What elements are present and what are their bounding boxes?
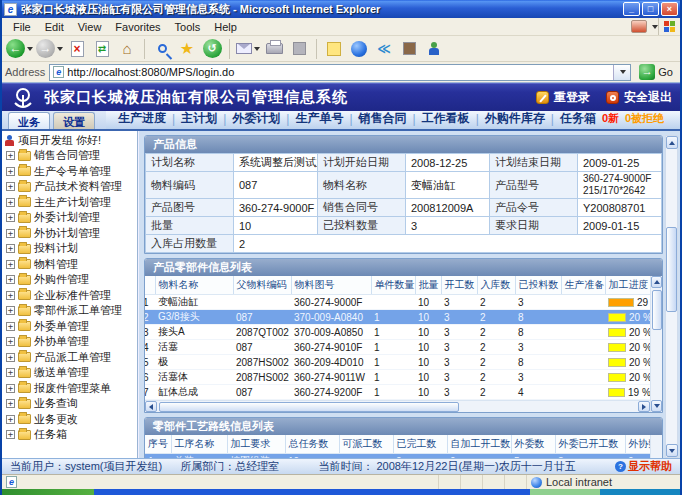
parts-hscrollbar[interactable] (145, 400, 650, 412)
sidebar-item[interactable]: +产品技术资料管理 (4, 179, 137, 195)
stop-button[interactable]: × (66, 38, 88, 60)
sidebar-item[interactable]: +任务箱 (4, 427, 137, 443)
relogin-button[interactable]: 重登录 (536, 89, 590, 106)
home-button[interactable]: ⌂ (116, 38, 138, 60)
column-header[interactable]: 序号 (145, 435, 171, 454)
sidebar-item[interactable]: +外协计划管理 (4, 226, 137, 242)
column-header[interactable]: 单件数量 (371, 276, 415, 295)
sidebar-item[interactable]: +业务查询 (4, 396, 137, 412)
column-header[interactable]: 自加工开工数 (447, 435, 511, 454)
nav-item[interactable]: 生产进度 (118, 110, 166, 127)
sidebar-item[interactable]: +缴送单管理 (4, 365, 137, 381)
toolbar-extension-icon[interactable] (631, 20, 647, 33)
column-header[interactable]: 外委已开工数 (555, 435, 625, 454)
table-row[interactable]: 1变幅油缸360-274-9000F1032329 % (145, 295, 650, 310)
parts-vscrollbar[interactable] (650, 276, 662, 412)
print-button[interactable] (263, 38, 285, 60)
route-vscrollbar[interactable] (650, 435, 662, 458)
expand-icon[interactable]: + (6, 151, 15, 160)
table-row[interactable]: 1总装按图组装10205300 (145, 454, 650, 459)
column-header[interactable] (145, 276, 155, 295)
page-scroll-down-icon[interactable] (666, 444, 678, 457)
back-dropdown-icon[interactable] (27, 47, 33, 51)
forward-dropdown-icon[interactable] (57, 47, 63, 51)
menu-item-favorites[interactable]: Favorites (108, 20, 167, 34)
show-help-link[interactable]: ? 显示帮助 (615, 459, 672, 474)
page-scroll-thumb[interactable] (666, 227, 677, 312)
sidebar-item[interactable]: +物料管理 (4, 257, 137, 273)
page-scrollbar[interactable] (665, 135, 678, 458)
mail-dropdown-icon[interactable] (254, 47, 260, 51)
expand-icon[interactable]: + (6, 322, 15, 331)
table-row[interactable]: 5极2087HS002360-209-4D01011032820 % (145, 355, 650, 370)
favorites-button[interactable]: ★ (176, 38, 198, 60)
table-row[interactable]: 7缸体总成087360-274-9200F11032419 % (145, 385, 650, 400)
sidebar-item[interactable]: +投料计划 (4, 241, 137, 257)
address-input[interactable] (67, 66, 613, 78)
table-row[interactable]: 4活塞087360-274-9010F11032320 % (145, 340, 650, 355)
go-button[interactable]: → Go (635, 64, 677, 80)
expand-icon[interactable]: + (6, 399, 15, 408)
expand-icon[interactable]: + (6, 167, 15, 176)
taskbar-task[interactable] (530, 489, 600, 495)
nav-item[interactable]: 销售合同 (359, 110, 407, 127)
refresh-button[interactable]: ⇄ (91, 38, 113, 60)
expand-icon[interactable]: + (6, 430, 15, 439)
column-header[interactable]: 已完工数 (393, 435, 447, 454)
column-header[interactable]: 入库数 (477, 276, 515, 295)
menu-item-view[interactable]: View (71, 20, 109, 34)
column-header[interactable]: 父物料编码 (233, 276, 291, 295)
back-button[interactable]: ← (6, 38, 33, 60)
expand-icon[interactable]: + (6, 229, 15, 238)
history-button[interactable]: ↺ (201, 38, 223, 60)
mail-button[interactable] (236, 38, 260, 60)
column-header[interactable]: 总任务数 (285, 435, 339, 454)
research-button[interactable] (398, 38, 420, 60)
nav-item[interactable]: 工作看板 (422, 110, 470, 127)
scroll-right-icon[interactable] (638, 401, 650, 412)
web-button[interactable] (348, 38, 370, 60)
maximize-button[interactable]: □ (642, 2, 659, 16)
sidebar-item[interactable]: +生产令号单管理 (4, 164, 137, 180)
menu-item-edit[interactable]: Edit (38, 20, 71, 34)
nav-item[interactable]: 外委计划 (232, 110, 280, 127)
column-header[interactable]: 生产准备 (561, 276, 605, 295)
column-header[interactable]: 加工进度 (605, 276, 650, 295)
tree-root[interactable]: 项目开发组 你好! (4, 133, 137, 148)
sidebar-item[interactable]: +业务更改 (4, 412, 137, 428)
table-row[interactable]: 2G3/8接头087370-009-A084011032820 % (145, 310, 650, 325)
scroll-down-icon[interactable] (651, 400, 662, 412)
expand-icon[interactable]: + (6, 291, 15, 300)
expand-icon[interactable]: + (6, 384, 15, 393)
sidebar-item[interactable]: +产品派工单管理 (4, 350, 137, 366)
column-header[interactable]: 物料图号 (291, 276, 371, 295)
menu-item-tools[interactable]: Tools (168, 20, 208, 34)
expand-icon[interactable]: + (6, 182, 15, 191)
notes-button[interactable] (323, 38, 345, 60)
column-header[interactable]: 工序名称 (171, 435, 227, 454)
vscroll-thumb[interactable] (652, 290, 662, 330)
sidebar-item[interactable]: +零部件派工单管理 (4, 303, 137, 319)
expand-icon[interactable]: + (6, 415, 15, 424)
column-header[interactable]: 物料名称 (155, 276, 233, 295)
expand-icon[interactable]: + (6, 275, 15, 284)
column-header[interactable]: 外协数 (625, 435, 650, 454)
messenger-button[interactable] (423, 38, 445, 60)
expand-icon[interactable]: + (6, 368, 15, 377)
sidebar-item[interactable]: +外购件管理 (4, 272, 137, 288)
expand-icon[interactable]: + (6, 353, 15, 362)
nav-item[interactable]: 主计划 (181, 110, 217, 127)
column-header[interactable]: 外委数 (511, 435, 555, 454)
sidebar-item[interactable]: +外委单管理 (4, 319, 137, 335)
expand-icon[interactable]: + (6, 244, 15, 253)
menu-item-help[interactable]: Help (207, 20, 244, 34)
scroll-up-icon[interactable] (651, 276, 662, 288)
sidebar-item[interactable]: +主生产计划管理 (4, 195, 137, 211)
search-button[interactable] (151, 38, 173, 60)
minimize-button[interactable]: _ (623, 2, 640, 16)
nav-item[interactable]: 任务箱 (560, 110, 596, 127)
column-header[interactable]: 可派工数 (339, 435, 393, 454)
page-scroll-up-icon[interactable] (666, 136, 678, 149)
tab-settings[interactable]: 设置 (53, 112, 95, 129)
expand-icon[interactable]: + (6, 260, 15, 269)
